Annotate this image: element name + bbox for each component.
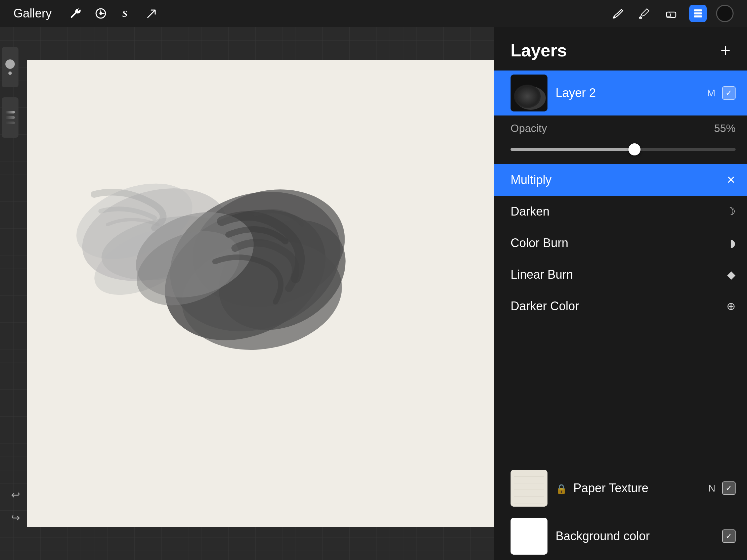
opacity-slider-thumb[interactable] [628,143,641,156]
svg-rect-6 [666,16,671,18]
lock-icon-paper: 🔒 [556,484,567,494]
layer-name-layer2: Layer 2 [556,86,707,100]
layers-header: Layers + [494,27,747,71]
layer-blend-badge-layer2: M [707,87,716,99]
opacity-row: Opacity 55% [494,115,747,145]
layer-row-layer2[interactable]: Layer 2 M ✓ [494,71,747,115]
checkmark-background: ✓ [725,531,732,541]
toolbar-right [609,5,733,22]
svg-rect-30 [511,518,547,555]
svg-point-1 [99,12,102,15]
brush-icon[interactable] [609,5,626,22]
opacity-slider-container [494,145,747,157]
wrench-icon[interactable] [67,5,84,22]
blend-mode-darkercolor-icon: ⊕ [726,300,736,313]
layer-row-background[interactable]: Background color ✓ [494,512,747,560]
layer-checkbox-layer2[interactable]: ✓ [722,86,736,100]
blend-mode-colorburn[interactable]: Color Burn ◗ [494,227,747,259]
layer-checkbox-paper[interactable]: ✓ [722,481,736,495]
blend-mode-linearburn[interactable]: Linear Burn ◆ [494,259,747,290]
arrow-icon[interactable] [143,5,160,22]
layer-info-layer2: Layer 2 [556,86,707,100]
layer-checkbox-background[interactable]: ✓ [722,529,736,543]
layer-name-paper: 🔒 Paper Texture [556,481,708,495]
blend-mode-linearburn-label: Linear Burn [511,268,573,282]
layers-panel: Layers + Layer 2 M ✓ Opacity 55% [494,27,747,560]
svg-rect-9 [694,16,702,18]
brush-large-dot [5,59,15,69]
svg-rect-8 [694,12,702,15]
blend-mode-colorburn-label: Color Burn [511,236,568,250]
blend-mode-multiply-label: Multiply [511,173,551,187]
svg-text:S: S [122,8,128,19]
svg-rect-24 [511,470,547,507]
checkmark-layer2: ✓ [725,88,732,98]
layer-row-paper-texture[interactable]: 🔒 Paper Texture N ✓ [494,464,747,512]
brush-small-dot [8,72,12,75]
blend-mode-linearburn-icon: ◆ [727,268,736,281]
brush-size-tool[interactable] [2,47,19,87]
magic-icon[interactable] [92,5,109,22]
checkmark-paper: ✓ [725,483,732,493]
layer-thumbnail-layer2 [511,75,547,111]
main-content: ↩ ↪ Layers + Layer 2 M ✓ [0,27,747,560]
color-picker[interactable] [716,5,733,22]
blend-modes-section: Multiply ✕ Darken ☽ Color Burn ◗ Linear … [494,164,747,322]
opacity-slider-track[interactable] [511,148,736,151]
toolbar-left: Gallery S [14,5,609,22]
blend-mode-multiply[interactable]: Multiply ✕ [494,164,747,196]
eyedropper-icon[interactable] [636,5,653,22]
svg-point-23 [515,85,540,104]
toolbar: Gallery S [0,0,747,27]
smudge-icon[interactable]: S [118,5,135,22]
opacity-bar-2 [5,116,15,119]
svg-point-3 [613,17,615,19]
blend-mode-colorburn-icon: ◗ [730,237,736,249]
layer-blend-badge-paper: N [708,482,716,494]
blend-mode-multiply-icon: ✕ [726,174,736,186]
opacity-bar [5,111,15,113]
layer-name-background: Background color [556,529,722,543]
opacity-tool[interactable] [2,97,19,138]
svg-point-22 [516,86,546,110]
layer-info-background: Background color [556,529,722,543]
blend-mode-darkercolor[interactable]: Darker Color ⊕ [494,290,747,322]
eraser-icon[interactable] [662,5,680,22]
opacity-label: Opacity [511,122,714,135]
bottom-layers: 🔒 Paper Texture N ✓ Backgroun [494,464,747,560]
layer-thumbnail-paper [511,470,547,507]
painting-canvas [27,60,494,527]
opacity-value: 55% [714,122,736,135]
blend-mode-darken-icon: ☽ [726,205,736,218]
opacity-bar-3 [5,122,15,124]
layer-thumbnail-background [511,518,547,555]
add-layer-button[interactable]: + [716,40,736,60]
svg-rect-7 [694,9,702,11]
blend-mode-darken[interactable]: Darken ☽ [494,196,747,227]
canvas-area: ↩ ↪ [0,27,494,560]
layers-title: Layers [511,40,567,60]
blend-mode-darken-label: Darken [511,205,549,218]
painting-svg [27,60,494,527]
opacity-slider-fill [511,148,635,151]
layer-info-paper: 🔒 Paper Texture [556,481,708,495]
left-sidebar [0,27,20,560]
layers-icon[interactable] [689,5,707,22]
gallery-button[interactable]: Gallery [14,6,52,21]
blend-mode-darkercolor-label: Darker Color [511,299,579,313]
